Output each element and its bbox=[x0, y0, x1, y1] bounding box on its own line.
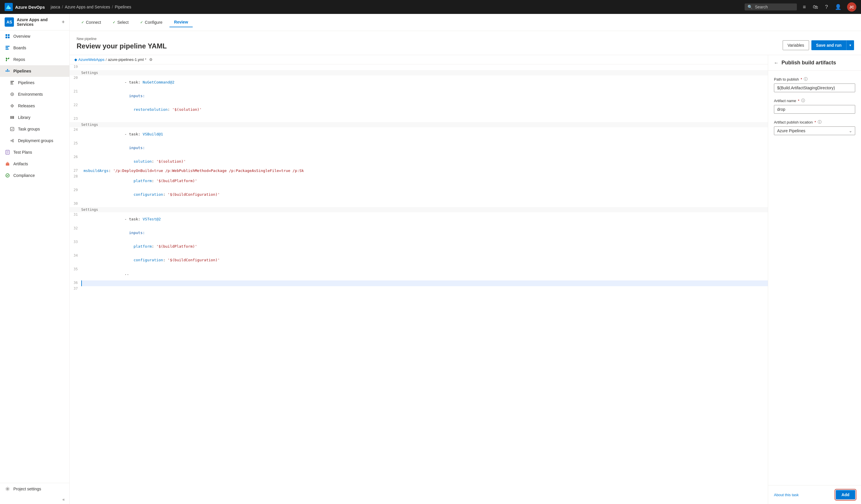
about-task-link[interactable]: About this task bbox=[774, 493, 798, 497]
configure-check-icon: ✓ bbox=[140, 20, 143, 24]
step-review[interactable]: Review bbox=[169, 17, 193, 27]
file-diamond-icon: ◆ bbox=[74, 57, 77, 62]
sidebar-item-repos[interactable]: Repos bbox=[0, 54, 69, 65]
code-line-21: 21 inputs: bbox=[70, 89, 768, 103]
page-header: New pipeline Review your pipeline YAML V… bbox=[70, 31, 861, 55]
content-area: ◆ AzureWebApps / azure-pipelines-1.yml *… bbox=[70, 55, 861, 504]
sidebar-collapse-btn[interactable]: « bbox=[0, 495, 69, 504]
sidebar-org: AS Azure Apps and Services + bbox=[0, 14, 69, 30]
publish-location-select[interactable]: Azure Pipelines File share bbox=[774, 126, 855, 135]
svg-point-27 bbox=[11, 140, 12, 141]
sidebar-item-pipelines[interactable]: Pipelines bbox=[0, 77, 69, 88]
step-configure[interactable]: ✓ Configure bbox=[136, 18, 167, 27]
help-icon[interactable]: ? bbox=[824, 3, 829, 11]
svg-rect-2 bbox=[8, 34, 10, 36]
code-editor[interactable]: 19 Settings 20 - task: NuGetCommand@2 bbox=[70, 65, 768, 504]
info-icon-location[interactable]: ⓘ bbox=[818, 120, 821, 125]
field-publish-location: Artifact publish location * ⓘ Azure Pipe… bbox=[774, 120, 855, 135]
sidebar-item-test-plans[interactable]: Test Plans bbox=[0, 146, 69, 158]
svg-point-14 bbox=[7, 69, 8, 70]
svg-rect-24 bbox=[12, 116, 13, 119]
sidebar-label-repos: Repos bbox=[13, 57, 25, 62]
repos-icon bbox=[5, 57, 11, 62]
save-run-button[interactable]: Save and run bbox=[811, 40, 846, 50]
sidebar-item-library[interactable]: Library bbox=[0, 112, 69, 123]
svg-point-22 bbox=[12, 106, 13, 107]
overview-icon bbox=[5, 33, 11, 39]
add-button[interactable]: Add bbox=[836, 490, 855, 499]
sidebar-label-test-plans: Test Plans bbox=[13, 150, 32, 155]
info-icon-path[interactable]: ⓘ bbox=[804, 76, 808, 82]
path-to-publish-input[interactable] bbox=[774, 84, 855, 92]
select-check-icon: ✓ bbox=[113, 20, 115, 24]
svg-rect-19 bbox=[11, 82, 13, 83]
code-line-26: 26 solution: '$(solution)' bbox=[70, 155, 768, 168]
svg-point-29 bbox=[13, 141, 14, 142]
code-line-30: 30 bbox=[70, 201, 768, 207]
sidebar: AS Azure Apps and Services + Overview Bo… bbox=[0, 14, 70, 504]
required-star-path: * bbox=[801, 77, 802, 82]
svg-rect-5 bbox=[5, 46, 10, 47]
back-button[interactable]: ← bbox=[774, 60, 779, 66]
repo-name[interactable]: AzureWebApps bbox=[78, 57, 105, 62]
shopping-bag-icon[interactable]: 🛍 bbox=[812, 3, 819, 11]
sidebar-item-releases[interactable]: Releases bbox=[0, 100, 69, 112]
page-title-group: New pipeline Review your pipeline YAML bbox=[77, 37, 167, 50]
sidebar-label-pipelines: Pipelines bbox=[18, 80, 35, 85]
sidebar-label-releases: Releases bbox=[18, 103, 35, 108]
code-line-20: 20 - task: NuGetCommand@2 bbox=[70, 75, 768, 89]
save-run-caret-button[interactable]: ▾ bbox=[846, 40, 854, 50]
right-panel-footer: About this task Add bbox=[768, 485, 861, 504]
sidebar-item-project-settings[interactable]: Project settings bbox=[0, 483, 69, 495]
sidebar-item-boards[interactable]: Boards bbox=[0, 42, 69, 54]
right-panel-title: Publish build artifacts bbox=[781, 60, 836, 66]
breadcrumb-org[interactable]: Azure Apps and Services bbox=[65, 5, 110, 9]
sidebar-label-artifacts: Artifacts bbox=[13, 162, 28, 166]
sidebar-item-pipelines-section[interactable]: Pipelines bbox=[0, 65, 69, 77]
settings-label-1: Settings bbox=[81, 71, 98, 75]
file-path: ◆ AzureWebApps / azure-pipelines-1.yml *… bbox=[74, 57, 153, 62]
search-box[interactable]: 🔍 Search bbox=[744, 3, 797, 11]
step-select[interactable]: ✓ Select bbox=[108, 18, 133, 27]
step-connect[interactable]: ✓ Connect bbox=[77, 18, 106, 27]
sidebar-item-artifacts[interactable]: Artifacts bbox=[0, 158, 69, 170]
sidebar-label-pipelines-section: Pipelines bbox=[13, 69, 31, 73]
sidebar-item-overview[interactable]: Overview bbox=[0, 30, 69, 42]
sidebar-item-deployment-groups[interactable]: Deployment groups bbox=[0, 135, 69, 146]
logo[interactable]: Azure DevOps bbox=[5, 3, 45, 11]
compliance-icon bbox=[5, 172, 11, 178]
code-line-24: 24 - task: VSBuild@1 bbox=[70, 127, 768, 141]
step-select-label: Select bbox=[117, 20, 128, 25]
svg-point-10 bbox=[6, 60, 7, 61]
breadcrumb-user[interactable]: jasca bbox=[51, 5, 60, 9]
line-content-19 bbox=[81, 65, 768, 70]
variables-button[interactable]: Variables bbox=[783, 40, 809, 50]
publish-location-select-wrapper: Azure Pipelines File share bbox=[774, 126, 855, 135]
breadcrumb: jasca / Azure Apps and Services / Pipeli… bbox=[51, 5, 132, 9]
sidebar-label-environments: Environments bbox=[18, 92, 43, 97]
artifacts-icon bbox=[5, 161, 11, 167]
info-icon-artifact[interactable]: ⓘ bbox=[801, 98, 805, 103]
code-line-28: 28 platform: '$(buildPlatform)' bbox=[70, 174, 768, 187]
svg-line-31 bbox=[12, 141, 13, 141]
sidebar-item-task-groups[interactable]: Task groups bbox=[0, 123, 69, 135]
code-line-31: 31 - task: VSTest@2 bbox=[70, 212, 768, 226]
list-icon[interactable]: ≡ bbox=[802, 3, 807, 11]
person-icon[interactable]: 👤 bbox=[834, 3, 843, 11]
sidebar-item-environments[interactable]: Environments bbox=[0, 88, 69, 100]
field-label-artifact-name: Artifact name * ⓘ bbox=[774, 98, 855, 103]
editor-settings-icon[interactable]: ⚙ bbox=[149, 57, 153, 62]
field-label-publish-location: Artifact publish location * ⓘ bbox=[774, 120, 855, 125]
breadcrumb-pipelines[interactable]: Pipelines bbox=[114, 5, 131, 9]
sidebar-label-overview: Overview bbox=[13, 34, 30, 39]
add-project-icon[interactable]: + bbox=[62, 19, 65, 25]
artifact-name-input[interactable] bbox=[774, 105, 855, 114]
top-nav: Azure DevOps jasca / Azure Apps and Serv… bbox=[0, 0, 861, 14]
avatar[interactable]: JC bbox=[847, 2, 856, 12]
test-plans-icon bbox=[5, 149, 11, 155]
svg-rect-23 bbox=[11, 116, 11, 119]
required-star-artifact: * bbox=[798, 99, 800, 103]
svg-point-13 bbox=[5, 70, 7, 72]
sidebar-label-boards: Boards bbox=[13, 45, 26, 50]
sidebar-item-compliance[interactable]: Compliance bbox=[0, 170, 69, 181]
